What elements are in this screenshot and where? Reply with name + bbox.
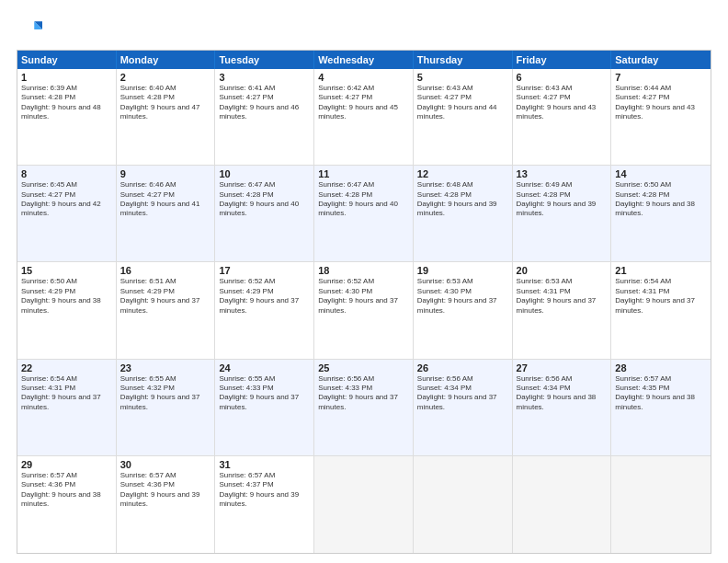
logo-icon [17,17,42,42]
header-day-monday: Monday [117,51,216,69]
day-cell-7: 7Sunrise: 6:44 AMSunset: 4:27 PMDaylight… [611,69,711,165]
day-number: 26 [417,362,508,373]
sunset: Sunset: 4:28 PM [417,190,508,200]
sunset: Sunset: 4:27 PM [120,190,211,200]
sunrise: Sunrise: 6:49 AM [517,180,608,190]
day-number: 11 [318,168,409,179]
day-cell-30: 30Sunrise: 6:57 AMSunset: 4:36 PMDayligh… [117,456,216,553]
week-row-3: 15Sunrise: 6:50 AMSunset: 4:29 PMDayligh… [17,262,711,359]
sunrise: Sunrise: 6:55 AM [219,374,310,384]
day-number: 18 [318,265,409,276]
day-cell-17: 17Sunrise: 6:52 AMSunset: 4:29 PMDayligh… [215,262,314,358]
sunrise: Sunrise: 6:52 AM [219,277,310,286]
day-cell-11: 11Sunrise: 6:47 AMSunset: 4:28 PMDayligh… [314,166,414,261]
day-number: 31 [219,459,310,470]
day-cell-4: 4Sunrise: 6:42 AMSunset: 4:27 PMDaylight… [314,69,414,165]
daylight: Daylight: 9 hours and 43 minutes. [517,103,608,122]
day-number: 6 [517,72,608,83]
day-cell-29: 29Sunrise: 6:57 AMSunset: 4:36 PMDayligh… [17,456,117,553]
daylight: Daylight: 9 hours and 37 minutes. [120,393,211,412]
daylight: Daylight: 9 hours and 39 minutes. [120,490,211,510]
day-number: 28 [615,362,707,373]
day-cell-28: 28Sunrise: 6:57 AMSunset: 4:35 PMDayligh… [611,360,711,455]
sunset: Sunset: 4:32 PM [120,384,211,393]
day-cell-18: 18Sunrise: 6:52 AMSunset: 4:30 PMDayligh… [314,262,414,358]
daylight: Daylight: 9 hours and 43 minutes. [615,103,707,122]
header-day-friday: Friday [513,51,612,69]
daylight: Daylight: 9 hours and 42 minutes. [21,200,112,219]
day-number: 3 [219,72,310,83]
day-number: 8 [21,168,112,179]
sunset: Sunset: 4:33 PM [219,384,310,393]
empty-cell [513,456,612,553]
daylight: Daylight: 9 hours and 37 minutes. [120,296,211,316]
day-cell-1: 1Sunrise: 6:39 AMSunset: 4:28 PMDaylight… [17,69,117,165]
day-number: 9 [120,168,211,179]
daylight: Daylight: 9 hours and 38 minutes. [615,393,707,412]
sunrise: Sunrise: 6:46 AM [120,180,211,190]
sunrise: Sunrise: 6:56 AM [417,374,508,384]
day-number: 2 [120,72,211,83]
day-number: 19 [417,265,508,276]
day-cell-14: 14Sunrise: 6:50 AMSunset: 4:28 PMDayligh… [611,166,711,261]
sunrise: Sunrise: 6:56 AM [517,374,608,384]
day-number: 20 [517,265,608,276]
sunset: Sunset: 4:31 PM [615,287,707,296]
daylight: Daylight: 9 hours and 38 minutes. [615,200,707,219]
sunrise: Sunrise: 6:40 AM [120,84,211,93]
week-row-4: 22Sunrise: 6:54 AMSunset: 4:31 PMDayligh… [17,360,711,456]
daylight: Daylight: 9 hours and 39 minutes. [219,490,310,510]
day-number: 5 [417,72,508,83]
day-number: 15 [21,265,112,276]
daylight: Daylight: 9 hours and 44 minutes. [417,103,508,122]
daylight: Daylight: 9 hours and 40 minutes. [219,200,310,219]
sunset: Sunset: 4:27 PM [615,93,707,102]
daylight: Daylight: 9 hours and 37 minutes. [615,296,707,316]
page: SundayMondayTuesdayWednesdayThursdayFrid… [0,0,728,563]
sunrise: Sunrise: 6:43 AM [417,84,508,93]
header-day-thursday: Thursday [414,51,513,69]
sunrise: Sunrise: 6:57 AM [21,471,112,480]
day-cell-12: 12Sunrise: 6:48 AMSunset: 4:28 PMDayligh… [414,166,513,261]
sunrise: Sunrise: 6:42 AM [318,84,409,93]
day-number: 12 [417,168,508,179]
day-number: 21 [615,265,707,276]
logo [17,17,46,42]
sunrise: Sunrise: 6:47 AM [318,180,409,190]
day-cell-3: 3Sunrise: 6:41 AMSunset: 4:27 PMDaylight… [215,69,314,165]
day-cell-22: 22Sunrise: 6:54 AMSunset: 4:31 PMDayligh… [17,360,117,455]
sunrise: Sunrise: 6:53 AM [417,277,508,286]
daylight: Daylight: 9 hours and 47 minutes. [120,103,211,122]
sunset: Sunset: 4:27 PM [517,93,608,102]
sunrise: Sunrise: 6:50 AM [615,180,707,190]
sunrise: Sunrise: 6:57 AM [120,471,211,480]
sunrise: Sunrise: 6:54 AM [21,374,112,384]
sunrise: Sunrise: 6:45 AM [21,180,112,190]
day-number: 10 [219,168,310,179]
sunrise: Sunrise: 6:48 AM [417,180,508,190]
day-cell-31: 31Sunrise: 6:57 AMSunset: 4:37 PMDayligh… [215,456,314,553]
day-cell-10: 10Sunrise: 6:47 AMSunset: 4:28 PMDayligh… [215,166,314,261]
daylight: Daylight: 9 hours and 37 minutes. [517,296,608,316]
day-cell-9: 9Sunrise: 6:46 AMSunset: 4:27 PMDaylight… [117,166,216,261]
daylight: Daylight: 9 hours and 41 minutes. [120,200,211,219]
day-cell-24: 24Sunrise: 6:55 AMSunset: 4:33 PMDayligh… [215,360,314,455]
sunset: Sunset: 4:27 PM [417,93,508,102]
daylight: Daylight: 9 hours and 46 minutes. [219,103,310,122]
empty-cell [314,456,414,553]
sunrise: Sunrise: 6:51 AM [120,277,211,286]
daylight: Daylight: 9 hours and 45 minutes. [318,103,409,122]
sunset: Sunset: 4:27 PM [21,190,112,200]
day-cell-2: 2Sunrise: 6:40 AMSunset: 4:28 PMDaylight… [117,69,216,165]
day-cell-20: 20Sunrise: 6:53 AMSunset: 4:31 PMDayligh… [513,262,612,358]
week-row-2: 8Sunrise: 6:45 AMSunset: 4:27 PMDaylight… [17,166,711,262]
sunrise: Sunrise: 6:41 AM [219,84,310,93]
sunset: Sunset: 4:29 PM [21,287,112,296]
day-cell-15: 15Sunrise: 6:50 AMSunset: 4:29 PMDayligh… [17,262,117,358]
daylight: Daylight: 9 hours and 37 minutes. [219,393,310,412]
header-day-wednesday: Wednesday [314,51,414,69]
day-number: 16 [120,265,211,276]
sunrise: Sunrise: 6:57 AM [615,374,707,384]
day-number: 7 [615,72,707,83]
day-cell-8: 8Sunrise: 6:45 AMSunset: 4:27 PMDaylight… [17,166,117,261]
